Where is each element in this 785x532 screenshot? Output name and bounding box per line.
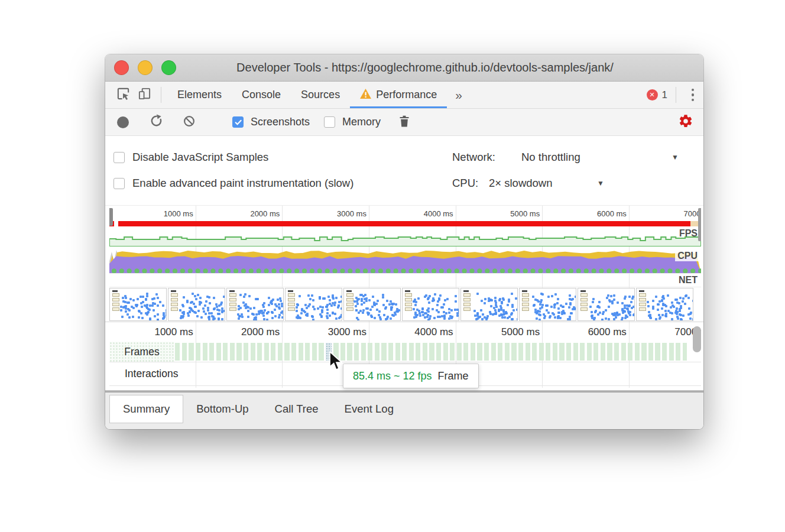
details-tab-event-log[interactable]: Event Log <box>332 395 407 423</box>
frame-bar[interactable] <box>196 343 200 361</box>
screenshot-thumbnail[interactable] <box>402 288 459 321</box>
frame-bar[interactable] <box>648 343 653 361</box>
screenshot-thumbnail[interactable] <box>109 288 167 321</box>
frame-bar[interactable] <box>484 343 489 361</box>
chevron-down-icon[interactable]: ▼ <box>597 179 604 187</box>
main-menu-button[interactable] <box>682 85 703 106</box>
advanced-paint-checkbox[interactable] <box>113 178 125 189</box>
frame-bar[interactable] <box>264 343 269 361</box>
frame-bar[interactable] <box>498 343 502 361</box>
frame-bar[interactable] <box>182 343 187 361</box>
frame-bar[interactable] <box>209 343 214 361</box>
clear-recording-button[interactable] <box>182 115 196 130</box>
frame-bar[interactable] <box>312 343 317 361</box>
frame-bar[interactable] <box>614 343 619 361</box>
frame-bar[interactable] <box>539 343 544 361</box>
screenshot-thumbnail[interactable] <box>636 288 693 321</box>
frame-bar[interactable] <box>593 343 598 361</box>
inspect-element-button[interactable] <box>112 85 134 106</box>
more-tabs-button[interactable]: » <box>447 82 471 108</box>
console-error-badge[interactable]: ✕ 1 <box>647 82 670 108</box>
frame-bar[interactable] <box>676 343 680 361</box>
frame-bar[interactable] <box>271 343 275 361</box>
tab-sources[interactable]: Sources <box>291 82 350 108</box>
close-button[interactable] <box>114 60 129 75</box>
screenshots-checkbox[interactable]: Screenshots <box>232 116 310 128</box>
zoom-button[interactable] <box>161 60 176 75</box>
frame-bar[interactable] <box>203 343 207 361</box>
frame-bar[interactable] <box>566 343 571 361</box>
frame-bar[interactable] <box>381 343 386 361</box>
frame-bar[interactable] <box>436 343 441 361</box>
frame-bar[interactable] <box>546 343 550 361</box>
frame-bar[interactable] <box>559 343 564 361</box>
network-throttling-select[interactable]: No throttling <box>521 151 580 164</box>
details-tab-summary[interactable]: Summary <box>109 395 183 423</box>
screenshot-thumbnail[interactable] <box>519 288 576 321</box>
frame-bar[interactable] <box>347 343 352 361</box>
frame-bar[interactable] <box>518 343 523 361</box>
cpu-throttling-select[interactable]: 2× slowdown <box>489 177 552 190</box>
frame-bar[interactable] <box>368 343 372 361</box>
screenshot-thumbnail[interactable] <box>285 288 342 321</box>
frame-bar[interactable] <box>669 343 674 361</box>
frames-track[interactable]: Frames <box>109 342 701 362</box>
frame-bar[interactable] <box>305 343 310 361</box>
frame-bar[interactable] <box>230 343 235 361</box>
frame-bar[interactable] <box>236 343 241 361</box>
frame-bar[interactable] <box>607 343 612 361</box>
frame-bar[interactable] <box>251 343 255 361</box>
overview-right-handle[interactable] <box>698 208 701 241</box>
screenshot-thumbnail[interactable] <box>578 288 635 321</box>
tab-performance[interactable]: Performance <box>350 82 447 108</box>
frame-bar[interactable] <box>635 343 640 361</box>
frame-bar[interactable] <box>216 343 221 361</box>
frame-bar[interactable] <box>457 343 462 361</box>
frame-bar[interactable] <box>471 343 475 361</box>
device-toolbar-button[interactable] <box>134 85 155 106</box>
vertical-scrollbar-thumb[interactable] <box>693 326 701 352</box>
frame-bar[interactable] <box>388 343 393 361</box>
minimize-button[interactable] <box>138 60 153 75</box>
screenshot-thumbnail[interactable] <box>226 288 284 321</box>
frame-bar[interactable] <box>491 343 496 361</box>
frame-bar[interactable] <box>429 343 434 361</box>
frame-bar[interactable] <box>319 343 323 361</box>
frame-bar[interactable] <box>641 343 646 361</box>
frame-bar[interactable] <box>375 343 379 361</box>
screenshot-thumbnail[interactable] <box>168 288 225 321</box>
frame-bar[interactable] <box>409 343 414 361</box>
frame-bar[interactable] <box>361 343 366 361</box>
timeline-overview[interactable]: 1000 ms2000 ms3000 ms4000 ms5000 ms6000 … <box>105 206 703 322</box>
record-button[interactable] <box>117 116 129 128</box>
tab-console[interactable]: Console <box>232 82 291 108</box>
frame-bar[interactable] <box>278 343 283 361</box>
frame-bar[interactable] <box>477 343 482 361</box>
frame-bar[interactable] <box>532 343 537 361</box>
frame-bar[interactable] <box>450 343 455 361</box>
frame-bar[interactable] <box>463 343 468 361</box>
overview-left-handle[interactable] <box>109 208 113 226</box>
details-tab-call-tree[interactable]: Call Tree <box>262 395 332 423</box>
frame-bar[interactable] <box>553 343 557 361</box>
frame-bar[interactable] <box>395 343 400 361</box>
screenshot-thumbnail[interactable] <box>343 288 401 321</box>
capture-settings-button[interactable] <box>675 112 696 133</box>
frame-bar[interactable] <box>683 343 687 361</box>
frame-bar[interactable] <box>628 343 632 361</box>
delete-recording-button[interactable] <box>397 115 411 130</box>
frame-bar[interactable] <box>573 343 578 361</box>
frame-bar[interactable] <box>662 343 667 361</box>
frame-bar[interactable] <box>223 343 228 361</box>
frame-bar[interactable] <box>580 343 585 361</box>
frame-bar[interactable] <box>244 343 248 361</box>
frame-bar[interactable] <box>291 343 296 361</box>
disable-js-samples-checkbox[interactable] <box>113 152 125 163</box>
frame-bar[interactable] <box>511 343 516 361</box>
screenshot-thumbnail[interactable] <box>460 288 518 321</box>
chevron-down-icon[interactable]: ▼ <box>672 153 679 161</box>
memory-checkbox[interactable]: Memory <box>324 116 381 128</box>
frame-bar[interactable] <box>354 343 359 361</box>
frame-bar[interactable] <box>416 343 420 361</box>
frame-bar[interactable] <box>189 343 193 361</box>
